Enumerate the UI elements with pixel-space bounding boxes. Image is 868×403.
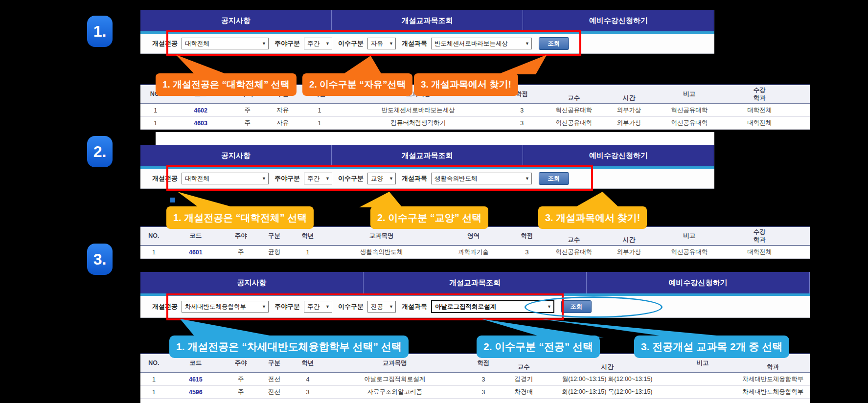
tab-pre-registration[interactable]: 예비수강신청하기	[587, 272, 810, 293]
menu-tab-bar: 공지사항 개설교과목조회 예비수강신청하기	[140, 145, 714, 166]
filter-label-major: 개설전공	[152, 302, 178, 311]
column-header-filler	[797, 226, 810, 246]
dropdown-arrow-icon: ▼	[389, 41, 393, 46]
tab-course-search[interactable]: 개설교과목조회	[332, 10, 523, 31]
course-code-link[interactable]: 4602	[171, 104, 231, 117]
day-night-select[interactable]: 주간▼	[304, 301, 332, 313]
table-row: 14596주전선3자료구조와알고리즘3차경애화(12:00~13:15) 목(1…	[140, 386, 810, 399]
menu-tab-bar: 공지사항 개설교과목조회 예비수강신청하기	[140, 272, 810, 293]
table-cell: 1	[140, 386, 167, 399]
course-code-link[interactable]: 4596	[167, 386, 224, 399]
callout-pointer	[479, 319, 604, 337]
table-cell: 자유	[264, 104, 301, 117]
table-cell: 1	[301, 104, 338, 117]
step-badge-1: 1.	[87, 16, 113, 47]
tab-course-search[interactable]: 개설교과목조회	[364, 272, 587, 293]
column-header: 시간	[602, 85, 656, 104]
filter-label-course: 개설과목	[402, 174, 427, 183]
tab-notices[interactable]: 공지사항	[140, 272, 364, 293]
table-cell: 혁신공유대학	[656, 104, 723, 117]
callout-step2: 2. 이수구분 “자유”선택	[302, 73, 412, 96]
callout-step1: 1. 개설전공은 “대학전체” 선택	[166, 206, 314, 229]
course-select[interactable]: 아날로그집적회로설계▼	[431, 300, 554, 313]
table-cell: 차세대반도체융합학부	[736, 373, 810, 386]
filter-label-day-night: 주야구분	[274, 174, 300, 183]
course-results-table-zone: NO.코드주야구분학년교과목명학점 교수 시간비고 학과14615주전선4아날로…	[140, 353, 810, 403]
column-header: 교과목명	[324, 226, 438, 246]
major-select[interactable]: 차세대반도체융합학부▼	[182, 301, 269, 313]
filter-label-day-night: 주야구분	[274, 39, 300, 48]
course-results-table: NO.코드주야구분학년교과목명학점 교수 시간비고 학과14615주전선4아날로…	[140, 353, 810, 399]
column-header: 학년	[291, 226, 324, 246]
day-night-select[interactable]: 주간▼	[304, 38, 332, 49]
dropdown-arrow-icon: ▼	[325, 41, 330, 46]
table-cell: 화(12:00~13:15) 목(12:00~13:15)	[546, 386, 669, 399]
table-cell: 대학전체	[723, 117, 796, 130]
callout-step1: 1. 개설전공은 “차세대반도체융합학부 선택” 선택	[169, 336, 409, 358]
tab-course-search[interactable]: 개설교과목조회	[332, 145, 523, 166]
table-cell	[797, 246, 810, 259]
table-cell: 외부가상	[602, 246, 656, 259]
table-cell	[797, 104, 810, 117]
table-cell	[669, 386, 736, 399]
table-cell: 대학전체	[723, 246, 796, 259]
callout-step2: 2. 이수구분 “교양” 선택	[370, 206, 488, 229]
table-cell: 3	[465, 386, 502, 399]
course-code-link[interactable]: 4603	[171, 117, 231, 130]
dropdown-arrow-icon: ▼	[325, 176, 330, 181]
filter-label-day-night: 주야구분	[274, 302, 300, 311]
callout-pointer	[177, 319, 275, 336]
step-badge-2: 2.	[87, 136, 113, 167]
major-select[interactable]: 대학전체▼	[182, 173, 269, 184]
major-select[interactable]: 대학전체▼	[182, 38, 269, 49]
table-cell	[797, 117, 810, 130]
filter-label-completion-type: 이수구분	[338, 302, 364, 311]
table-row: 14603주자유1컴퓨터처럼생각하기3혁신공유대학외부가상혁신공유대학대학전체	[140, 117, 810, 130]
table-cell: 1	[140, 104, 171, 117]
column-header-filler	[797, 85, 810, 104]
course-results-table: NO.코드주야구분학년교과목명영역학점 교수 시간비고수강 학과14601주균형…	[140, 226, 810, 259]
table-cell: 차경애	[502, 386, 546, 399]
column-header: 비고	[656, 85, 723, 104]
dropdown-arrow-icon: ▼	[262, 41, 266, 46]
table-cell: 혁신공유대학	[546, 104, 602, 117]
callout-step3: 3. 개설과목에서 찾기!	[538, 206, 647, 229]
table-cell: 혁신공유대학	[656, 246, 723, 259]
tab-notices[interactable]: 공지사항	[140, 145, 332, 166]
tab-notices[interactable]: 공지사항	[140, 10, 332, 31]
table-cell: 1	[140, 246, 167, 259]
table-cell	[669, 373, 736, 386]
dropdown-arrow-icon: ▼	[262, 304, 266, 309]
search-button[interactable]: 조회	[539, 37, 569, 50]
dropdown-arrow-icon: ▼	[525, 176, 529, 181]
column-header: 학점	[508, 226, 545, 246]
table-cell: 혁신공유대학	[546, 117, 602, 130]
callout-pointer	[175, 192, 234, 207]
day-night-select[interactable]: 주간▼	[304, 173, 332, 184]
column-header: 주야	[224, 226, 257, 246]
table-cell: 외부가상	[602, 117, 656, 130]
course-select[interactable]: 생활속의반도체▼	[431, 173, 532, 184]
table-cell: 과학과기술	[438, 246, 509, 259]
table-cell: 혁신공유대학	[546, 246, 602, 259]
callout-step2: 2. 이수구분 “전공” 선택	[477, 336, 600, 358]
course-code-link[interactable]: 4601	[167, 246, 224, 259]
tab-pre-registration[interactable]: 예비수강신청하기	[523, 10, 714, 31]
completion-type-select[interactable]: 전공▼	[367, 301, 396, 313]
course-code-link[interactable]: 4615	[167, 373, 224, 386]
menu-tab-bar: 공지사항 개설교과목조회 예비수강신청하기	[140, 10, 714, 31]
table-cell: 혁신공유대학	[656, 117, 723, 130]
callout-pointer	[348, 192, 402, 207]
search-button[interactable]: 조회	[539, 172, 569, 185]
completion-type-select[interactable]: 자유▼	[367, 38, 396, 49]
table-cell: 3	[291, 386, 324, 399]
search-button[interactable]: 조회	[561, 300, 592, 313]
table-cell: 주	[224, 373, 257, 386]
course-select[interactable]: 반도체센서로바라보는세상▼	[431, 38, 532, 49]
table-cell: 주	[231, 117, 264, 130]
table-cell: 3	[499, 104, 546, 117]
dropdown-arrow-icon: ▼	[262, 176, 266, 181]
tab-pre-registration[interactable]: 예비수강신청하기	[523, 145, 714, 166]
table-cell: 컴퓨터처럼생각하기	[338, 117, 499, 130]
completion-type-select[interactable]: 교양▼	[367, 173, 396, 184]
